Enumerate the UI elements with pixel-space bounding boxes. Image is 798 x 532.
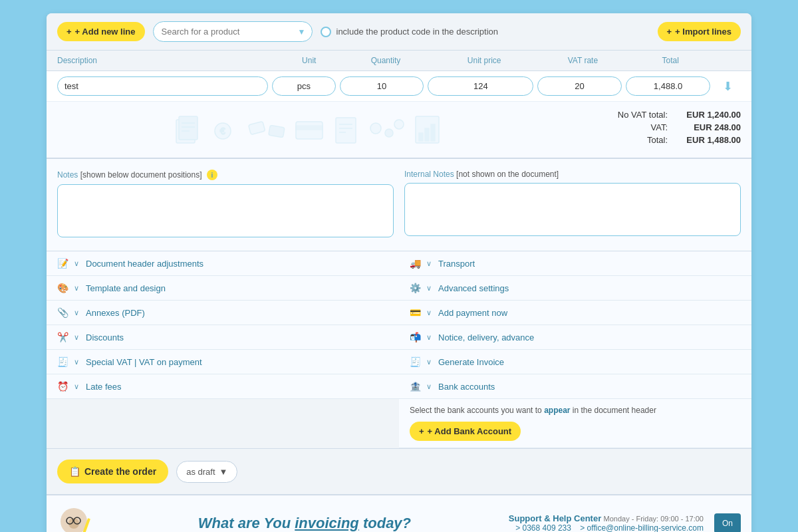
toolbar: + + Add new line ▼ include the product c…: [47, 13, 751, 51]
notice-label: Notice, delivery, advance: [438, 332, 534, 342]
unit-input[interactable]: [272, 76, 335, 96]
transport-label: Transport: [438, 259, 475, 269]
total-value: EUR 1,488.00: [681, 135, 741, 145]
import-lines-button[interactable]: + + Import lines: [658, 22, 741, 41]
search-input[interactable]: [153, 21, 313, 42]
svg-rect-11: [336, 118, 356, 143]
svg-rect-7: [249, 121, 265, 134]
totals-right: No VAT total: EUR 1,240.00 VAT: EUR 248.…: [601, 110, 741, 150]
notes-section: Notes [shown below document positions] i…: [47, 159, 751, 251]
info-icon: i: [207, 170, 217, 180]
download-icon[interactable]: ⬇: [714, 79, 741, 94]
footer-right: Support & Help Center Monday - Friday: 0…: [509, 513, 741, 533]
plus-icon-import: +: [667, 27, 672, 37]
chevron-icon-6: ∨: [74, 382, 79, 391]
total-row: Total: EUR 1,488.00: [601, 135, 741, 145]
advanced-icon: ⚙️: [410, 283, 421, 293]
vat-rate-input[interactable]: [537, 76, 622, 96]
draft-dropdown[interactable]: as draft ▼: [176, 461, 237, 483]
chevron-down-draft-icon: ▼: [219, 467, 228, 477]
mascot-svg: [57, 505, 100, 532]
accordion-item-advanced[interactable]: ⚙️ ∨ Advanced settings: [399, 276, 751, 301]
add-bank-account-button[interactable]: + + Add Bank Account: [410, 422, 521, 441]
template-label: Template and design: [86, 283, 166, 293]
include-code-checkbox[interactable]: [321, 27, 331, 37]
include-code-container: include the product code in the descript…: [321, 27, 650, 37]
phone-number: > 0368 409 233 > office@online-billing-s…: [509, 523, 704, 532]
accordion-item-generate-invoice[interactable]: 🧾 ∨ Generate Invoice: [399, 350, 751, 374]
annexes-icon: 📎: [57, 307, 68, 318]
footer-tagline-underline: invoicing: [295, 515, 359, 531]
decorative-area: €: [57, 110, 601, 150]
svg-point-15: [370, 123, 381, 134]
payment-icon: 💳: [410, 307, 421, 318]
online-button[interactable]: On: [714, 513, 741, 533]
notice-icon: 📬: [410, 332, 421, 342]
plus-icon: +: [66, 27, 72, 37]
late-fees-label: Late fees: [86, 382, 122, 392]
notes-left: Notes [shown below document positions] i: [57, 170, 394, 240]
accordion-item-bank-accounts[interactable]: 🏦 ∨ Bank accounts: [399, 374, 751, 399]
svg-rect-10: [296, 126, 323, 130]
accordion-item-special-vat[interactable]: 🧾 ∨ Special VAT | VAT on payment: [47, 350, 399, 374]
vat-label: VAT:: [601, 122, 668, 132]
payment-label: Add payment now: [438, 308, 507, 318]
internal-notes-textarea[interactable]: [404, 183, 741, 236]
bank-accounts-icon: 🏦: [410, 381, 421, 392]
add-new-line-button[interactable]: + + Add new line: [57, 22, 145, 41]
chevron-icon-5: ∨: [74, 358, 79, 366]
chevron-icon-1: ∨: [74, 259, 79, 268]
template-icon: 🎨: [57, 283, 68, 293]
plus-icon-bank: +: [419, 426, 424, 436]
accordion-item-payment[interactable]: 💳 ∨ Add payment now: [399, 301, 751, 325]
description-input[interactable]: [57, 76, 268, 96]
total-input[interactable]: [626, 76, 710, 96]
footer-mascot: [57, 505, 100, 532]
quantity-input[interactable]: [340, 76, 424, 96]
draft-label: as draft: [186, 467, 215, 477]
internal-notes-label: Internal Notes [not shown on the documen…: [404, 170, 741, 179]
include-code-label: include the product code in the descript…: [336, 27, 499, 37]
chevron-icon-10: ∨: [426, 333, 432, 342]
svg-text:€: €: [220, 126, 225, 136]
accordion-item-annexes[interactable]: 📎 ∨ Annexes (PDF): [47, 301, 399, 325]
unit-price-input[interactable]: [428, 76, 533, 96]
accordion-item-late-fees[interactable]: ⏰ ∨ Late fees: [47, 374, 399, 399]
accordion-item-template[interactable]: 🎨 ∨ Template and design: [47, 276, 399, 301]
svg-rect-9: [296, 122, 323, 139]
accordion-item-discounts[interactable]: ✂️ ∨ Discounts: [47, 325, 399, 350]
bank-accounts-expanded: Select the bank accounts you want to app…: [399, 399, 751, 448]
footer-tagline: What are You invoicing today?: [198, 515, 411, 532]
table-row: ⬇: [47, 71, 751, 102]
transport-icon: 🚚: [410, 258, 421, 269]
action-bar: 📋 Create the order as draft ▼: [47, 448, 751, 494]
svg-rect-1: [179, 116, 198, 140]
doc-header-icon: 📝: [57, 258, 68, 269]
notes-textarea[interactable]: [57, 184, 394, 237]
product-search-container: ▼: [153, 21, 313, 42]
header-vat-rate: VAT rate: [539, 56, 627, 65]
accordion-right: 🚚 ∨ Transport ⚙️ ∨ Advanced settings 💳 ∨…: [399, 251, 751, 448]
chevron-down-icon: ▼: [298, 27, 306, 37]
chevron-icon-8: ∨: [426, 284, 432, 293]
accordion-item-doc-header[interactable]: 📝 ∨ Document header adjustments: [47, 251, 399, 276]
chevron-icon-7: ∨: [426, 259, 432, 268]
vat-value: EUR 248.00: [681, 122, 741, 132]
notes-label: Notes [shown below document positions] i: [57, 170, 394, 180]
accordion-item-transport[interactable]: 🚚 ∨ Transport: [399, 251, 751, 276]
chevron-icon-9: ∨: [426, 309, 432, 317]
accordion-item-notice[interactable]: 📬 ∨ Notice, delivery, advance: [399, 325, 751, 350]
create-order-button[interactable]: 📋 Create the order: [57, 460, 168, 483]
chevron-icon-2: ∨: [74, 284, 79, 293]
discounts-label: Discounts: [86, 332, 124, 342]
discounts-icon: ✂️: [57, 332, 68, 342]
svg-rect-19: [419, 133, 423, 141]
no-vat-value: EUR 1,240.00: [681, 110, 741, 120]
annexes-label: Annexes (PDF): [86, 308, 145, 318]
vat-row: VAT: EUR 248.00: [601, 122, 741, 132]
accordion-container: 📝 ∨ Document header adjustments 🎨 ∨ Temp…: [47, 251, 751, 448]
bank-accounts-label: Bank accounts: [438, 382, 495, 392]
notes-right: Internal Notes [not shown on the documen…: [404, 170, 741, 240]
bank-info-text: Select the bank accounts you want to app…: [410, 406, 741, 415]
advanced-label: Advanced settings: [438, 283, 509, 293]
